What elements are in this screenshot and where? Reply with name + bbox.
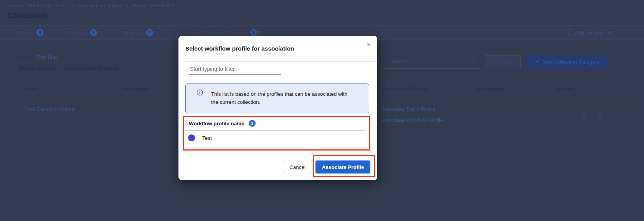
new-collection-category-label: New Collection Category bbox=[542, 59, 599, 65]
associate-trellis-profile-link[interactable]: Associate Trellis Profile bbox=[382, 106, 436, 112]
divider bbox=[569, 28, 570, 37]
divider bbox=[185, 61, 377, 62]
select-workflow-profile-modal: Select workflow profile for association … bbox=[178, 36, 377, 180]
tab-sprints[interactable]: Sprints 1 bbox=[70, 26, 97, 39]
column-header-description: Description bbox=[122, 86, 150, 92]
info-callout: This list is based on the profiles that … bbox=[185, 83, 369, 113]
search-icon bbox=[470, 58, 476, 65]
copy-icon[interactable] bbox=[580, 113, 587, 121]
tab-count-badge: 3 bbox=[36, 29, 43, 36]
filters-button[interactable]: Filters bbox=[485, 55, 521, 68]
tab-count-badge: 1 bbox=[250, 29, 257, 36]
new-collection-category-button[interactable]: + New Collection Category bbox=[526, 55, 609, 68]
view-row: View : Flat List bbox=[18, 54, 57, 60]
add-custom-button[interactable]: Add custom + bbox=[569, 26, 611, 39]
cancel-button[interactable]: Cancel bbox=[283, 161, 312, 173]
plus-icon: + bbox=[535, 59, 539, 65]
chevron-right-icon bbox=[71, 4, 74, 8]
collections-page: Account: SEI-Internal-Prod2 Organization… bbox=[0, 0, 644, 221]
add-custom-label: Add custom bbox=[575, 30, 602, 36]
profile-item-test[interactable]: Test bbox=[202, 135, 212, 141]
profile-filter-input[interactable] bbox=[189, 64, 281, 75]
tab-label: Teams bbox=[17, 30, 33, 36]
modal-title: Select workflow profile for association bbox=[185, 45, 294, 52]
view-flat-list-link[interactable]: Flat List bbox=[37, 54, 57, 60]
breadcrumb: Account: SEI-Internal-Prod2 Organization… bbox=[7, 3, 175, 8]
column-header-actions: Actions bbox=[556, 86, 575, 92]
tab-label: Projects bbox=[124, 30, 142, 36]
profile-count-badge: 1 bbox=[249, 120, 256, 127]
root-collection-label: Root Collection : bbox=[18, 65, 60, 71]
profile-list-header: Workflow profile name bbox=[189, 121, 244, 126]
search-input[interactable] bbox=[384, 54, 467, 68]
row-name-link[interactable]: Root Collection Name bbox=[24, 106, 74, 112]
divider bbox=[185, 130, 365, 131]
breadcrumb-organization-link[interactable]: Organization: default bbox=[78, 3, 122, 8]
funnel-icon bbox=[492, 59, 497, 65]
divider bbox=[185, 145, 365, 145]
column-header-associated-profiles: Associated Profiles bbox=[383, 86, 429, 92]
chevron-right-icon bbox=[126, 4, 129, 8]
column-header-integrations: Integrations bbox=[477, 86, 505, 92]
tab-count-badge: 2 bbox=[146, 29, 153, 36]
tab-label: New Collection Category bbox=[189, 30, 246, 36]
plus-icon: + bbox=[608, 29, 611, 36]
info-text: This list is based on the profiles that … bbox=[211, 90, 354, 106]
trash-icon[interactable] bbox=[597, 113, 603, 121]
breadcrumb-project-link[interactable]: Project: SEI_DOCS bbox=[133, 3, 175, 8]
breadcrumb-account-link[interactable]: Account: SEI-Internal-Prod2 bbox=[7, 3, 67, 8]
tab-teams[interactable]: Teams 3 bbox=[17, 26, 43, 39]
close-icon[interactable]: × bbox=[367, 41, 371, 48]
search-box bbox=[384, 54, 480, 69]
column-header-name: Name bbox=[24, 86, 38, 92]
view-label: View : bbox=[18, 54, 33, 60]
tab-projects[interactable]: Projects 2 bbox=[124, 26, 153, 39]
root-collection-row: Root Collection : Root Collection Name bbox=[18, 65, 118, 71]
tab-count-badge: 1 bbox=[90, 29, 97, 36]
filters-label: Filters bbox=[500, 59, 514, 65]
tab-label: Sprints bbox=[70, 30, 86, 36]
root-collection-value: Root Collection Name bbox=[64, 65, 118, 71]
associate-profile-button[interactable]: Associate Profile bbox=[315, 160, 370, 174]
page-title: Collections bbox=[7, 11, 48, 20]
info-icon bbox=[197, 89, 203, 97]
profile-radio-selected[interactable] bbox=[188, 134, 195, 141]
associate-workflow-profile-link[interactable]: Associate Workflow Profile bbox=[382, 117, 443, 123]
